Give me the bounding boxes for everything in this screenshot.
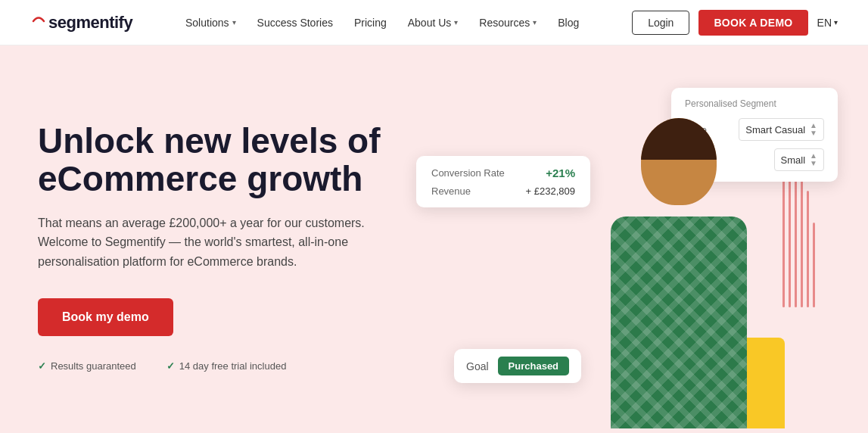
- nav-item-pricing[interactable]: Pricing: [354, 17, 387, 29]
- nav-item-success-stories[interactable]: Success Stories: [257, 17, 333, 29]
- nav-links: Solutions▾ Success Stories Pricing About…: [185, 17, 579, 29]
- hero-badges: Results guaranteed 14 day free trial inc…: [38, 360, 431, 372]
- nav-item-blog[interactable]: Blog: [558, 17, 579, 29]
- hero-title: Unlock new levels of eCommerce growth: [38, 122, 431, 198]
- login-button[interactable]: Login: [632, 11, 689, 35]
- person-body: [580, 111, 777, 428]
- conversion-label: Conversion Rate: [431, 167, 505, 179]
- goal-label: Goal: [466, 360, 489, 372]
- logo[interactable]: segmentify: [30, 13, 132, 33]
- goal-card: Goal Purchased: [454, 349, 581, 383]
- nav-item-about-us[interactable]: About Us▾: [408, 17, 459, 29]
- chevron-down-icon: ▾: [232, 18, 236, 26]
- hero-section: Unlock new levels of eCommerce growth Th…: [0, 45, 868, 433]
- badge-results: Results guaranteed: [38, 360, 136, 372]
- chevron-down-icon: ▾: [834, 18, 838, 26]
- nav-actions: Login BOOK A DEMO EN ▾: [632, 10, 838, 36]
- language-selector[interactable]: EN ▾: [817, 17, 838, 29]
- conversion-value: +21%: [546, 167, 575, 179]
- shirt-pattern: [611, 216, 747, 428]
- deco-line-5: [807, 191, 809, 307]
- badge-trial: 14 day free trial included: [166, 360, 287, 372]
- arrows-icon: ▲▼: [810, 152, 817, 167]
- purchased-badge: Purchased: [498, 357, 569, 375]
- person-illustration: [573, 111, 785, 428]
- revenue-value: + £232,809: [526, 185, 575, 197]
- deco-line-6: [813, 223, 815, 307]
- hero-right: Conversion Rate +21% Revenue + £232,809 …: [431, 50, 830, 428]
- segment-card-title: Personalised Segment: [685, 98, 824, 109]
- book-demo-button[interactable]: BOOK A DEMO: [698, 10, 807, 36]
- chevron-down-icon: ▾: [454, 18, 458, 26]
- conversion-row: Conversion Rate +21%: [431, 167, 575, 179]
- hero-content: Unlock new levels of eCommerce growth Th…: [38, 107, 431, 372]
- hero-subtitle: That means an average £200,000+ a year f…: [38, 213, 401, 272]
- revenue-label: Revenue: [431, 185, 471, 197]
- person-torso: [611, 216, 747, 428]
- navbar: segmentify Solutions▾ Success Stories Pr…: [0, 0, 868, 45]
- book-my-demo-button[interactable]: Book my demo: [38, 298, 173, 336]
- nav-item-solutions[interactable]: Solutions▾: [185, 17, 236, 29]
- revenue-row: Revenue + £232,809: [431, 185, 575, 197]
- conversion-rate-card: Conversion Rate +21% Revenue + £232,809: [416, 156, 590, 207]
- arrows-icon: ▲▼: [810, 122, 817, 137]
- person-head: [641, 118, 717, 205]
- nav-item-resources[interactable]: Resources▾: [479, 17, 537, 29]
- person-hair: [641, 118, 717, 160]
- chevron-down-icon: ▾: [533, 18, 537, 26]
